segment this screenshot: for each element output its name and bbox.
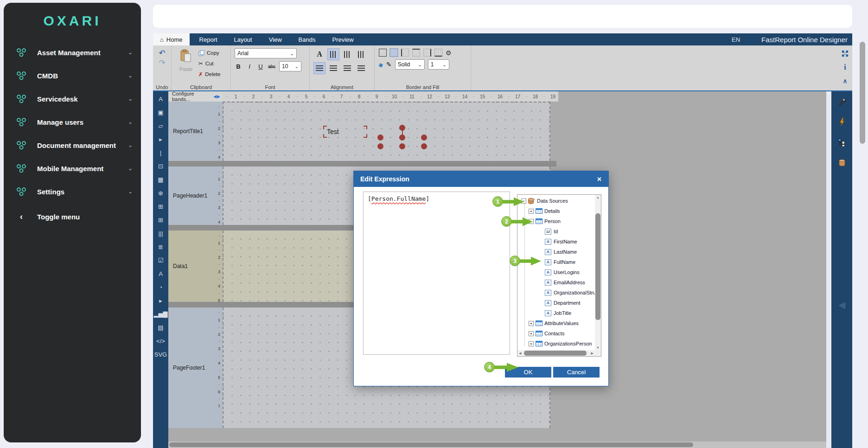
tree-expander[interactable]: +: [529, 341, 534, 346]
line-color-button[interactable]: ✎: [386, 61, 392, 68]
tree-item-organizationalstructure[interactable]: OrganizationalStructu: [517, 288, 595, 298]
servicedesk-icon[interactable]: Servicedesk ⌄: [4, 87, 141, 110]
sidebar-toggle-menu[interactable]: ‹ Toggle menu: [4, 205, 141, 228]
settings-icon[interactable]: Settings ⌄: [4, 180, 141, 203]
fill-color-button[interactable]: ◆: [377, 60, 384, 68]
font-color-button[interactable]: A: [313, 48, 326, 60]
cmdb-icon[interactable]: CMDB ⌄: [4, 64, 141, 87]
align-right-button[interactable]: [341, 62, 353, 74]
border-right-button[interactable]: [423, 48, 432, 57]
shape-more-icon[interactable]: ▸: [155, 133, 166, 146]
info-icon[interactable]: i: [844, 63, 846, 71]
html-object-icon[interactable]: </>: [155, 334, 166, 348]
tree-horizontal-scrollbar[interactable]: ◀ ▶: [517, 350, 595, 356]
border-settings-button[interactable]: ⚙: [445, 48, 452, 57]
language-selector[interactable]: EN: [732, 36, 740, 43]
redo-button[interactable]: ↷: [157, 58, 167, 68]
checkbox-object-icon[interactable]: ☑: [155, 254, 166, 267]
matrix-object-icon[interactable]: ⊞: [155, 200, 166, 213]
cut-button[interactable]: ✂ Cut: [198, 59, 220, 68]
drag-handle[interactable]: [399, 125, 405, 131]
tree-expander[interactable]: +: [529, 321, 534, 326]
chart-object-icon[interactable]: ▂▅▇: [155, 307, 166, 321]
border-top-button[interactable]: [412, 48, 421, 57]
align-center-button[interactable]: [327, 62, 339, 74]
border-bottom-button[interactable]: [434, 48, 443, 57]
vertical-align-middle-button[interactable]: [341, 48, 353, 60]
ribbon-tab[interactable]: Report: [190, 33, 224, 45]
gauge-object-icon[interactable]: ◔: [155, 281, 166, 294]
picture-object-icon[interactable]: ▣: [155, 106, 166, 119]
border-none-button[interactable]: [389, 48, 398, 57]
align-left-button[interactable]: [313, 62, 326, 74]
tree-item-data-sources[interactable]: − Data Sources: [517, 196, 595, 206]
tree-item-attributevalues[interactable]: + AttributeValues: [517, 318, 595, 328]
tree-item-firstname[interactable]: FirstName: [517, 237, 595, 247]
tree-item-jobtitle[interactable]: JobTitle: [517, 308, 595, 318]
drag-handle[interactable]: [421, 134, 427, 141]
events-lightning-icon[interactable]: [831, 112, 852, 132]
close-icon[interactable]: ✕: [597, 176, 602, 183]
italic-button[interactable]: I: [246, 63, 253, 70]
canvas-scrollbar-thumb[interactable]: [169, 442, 693, 447]
page-scrollbar-thumb[interactable]: [860, 42, 865, 144]
underline-button[interactable]: U: [257, 63, 264, 70]
document-management-icon[interactable]: Document management ⌄: [4, 134, 141, 157]
text-object-icon[interactable]: A: [155, 92, 166, 106]
test-text-object[interactable]: Test: [323, 126, 367, 138]
fullscreen-icon[interactable]: [842, 50, 849, 57]
manage-users-icon[interactable]: Manage users ⌄: [4, 110, 141, 134]
scroll-down-icon[interactable]: ▼: [596, 346, 600, 349]
tree-vscroll-thumb[interactable]: [595, 213, 600, 320]
band-pager-arrows-icon[interactable]: ◀▶: [213, 94, 221, 99]
tree-item-lastname[interactable]: LastName: [517, 247, 595, 257]
report-tree-icon[interactable]: [831, 132, 852, 153]
stamp-object-icon[interactable]: ▤: [155, 321, 166, 334]
canvas-horizontal-scrollbar[interactable]: [168, 442, 826, 448]
band-label[interactable]: Data1 · 1 · 2 · 3 · 4 · 5: [168, 230, 223, 302]
undo-button[interactable]: ↶: [157, 48, 167, 58]
tree-expander[interactable]: +: [529, 209, 534, 214]
border-style-select[interactable]: Solid ⌄: [395, 59, 425, 70]
drag-handle[interactable]: [377, 143, 383, 149]
delete-button[interactable]: ✗ Delete: [198, 70, 220, 79]
richtext-object-icon[interactable]: ≣: [155, 240, 166, 254]
copy-button[interactable]: Copy: [198, 48, 220, 58]
ribbon-tab[interactable]: ⌂ Home: [153, 33, 190, 45]
font-family-select[interactable]: Arial ⌄: [235, 48, 297, 58]
scroll-left-icon[interactable]: ◀: [519, 352, 521, 355]
align-justify-button[interactable]: [355, 62, 367, 74]
data-sources-database-icon[interactable]: [831, 153, 852, 173]
collapse-ribbon-icon[interactable]: ∧: [843, 77, 848, 84]
expression-editor[interactable]: [Person.FullName]: [363, 192, 510, 355]
drag-handle[interactable]: [377, 134, 383, 141]
band-label[interactable]: PageHeader1 · 1 · 2 · 3 · 4: [168, 166, 223, 225]
scroll-right-icon[interactable]: ▶: [591, 352, 594, 355]
asset-management-icon[interactable]: Asset Management ⌄: [4, 41, 141, 64]
properties-wrench-icon[interactable]: [831, 91, 852, 112]
tree-vertical-scrollbar[interactable]: ▲ ▼: [595, 195, 601, 350]
configure-bands-button[interactable]: Configure bands... ◀▶: [168, 91, 223, 102]
vertical-align-top-button[interactable]: [327, 48, 339, 60]
table-object-icon[interactable]: ▦: [155, 173, 166, 186]
drag-handle[interactable]: [421, 143, 427, 149]
tree-item-details[interactable]: + Details: [517, 206, 595, 216]
tree-item-organizationsperson[interactable]: + OrganizationsPerson: [517, 339, 595, 349]
dialog-header[interactable]: Edit Expression ✕: [354, 171, 608, 187]
tree-item-contacts[interactable]: + Contacts: [517, 328, 595, 339]
barcode-object-icon[interactable]: |||: [155, 227, 166, 240]
map-object-icon[interactable]: ⊕: [155, 186, 166, 200]
tree-hscroll-thumb[interactable]: [524, 351, 587, 356]
gauge-more-icon[interactable]: ▸: [155, 294, 166, 307]
textbox-object-icon[interactable]: A: [155, 267, 166, 281]
subreport-object-icon[interactable]: ⊡: [155, 160, 166, 173]
advanced-matrix-object-icon[interactable]: ⊞: [155, 213, 166, 227]
tree-item-emailaddress[interactable]: EmailAddress: [517, 277, 595, 288]
band-page-area[interactable]: [223, 102, 550, 161]
paste-button[interactable]: Paste: [175, 48, 197, 83]
tree-expander[interactable]: +: [529, 331, 534, 336]
shape-object-icon[interactable]: ▱: [155, 119, 166, 133]
band-label[interactable]: PageFooter1 · 1 · 2 · 3 · 4 · 5 · 6 · 7: [168, 307, 223, 428]
vertical-align-bottom-button[interactable]: [355, 48, 367, 60]
strikethrough-button[interactable]: abc: [268, 64, 275, 69]
